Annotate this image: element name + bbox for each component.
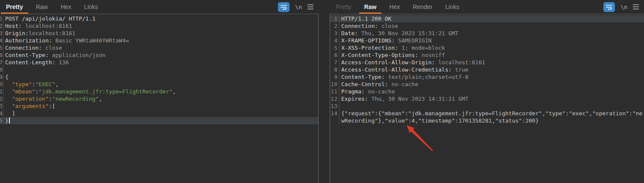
tab-links[interactable]: Links xyxy=(440,0,464,14)
word-wrap-toggle-button[interactable] xyxy=(603,2,615,12)
line-text: Connection: close xyxy=(340,22,644,30)
code-line: 4Authorization: Basic YWRtaW46YWRtaW4= xyxy=(0,37,318,44)
line-text: "operation":"newRecording", xyxy=(3,95,318,102)
text-cursor xyxy=(9,117,10,123)
line-number: 2 xyxy=(330,22,340,30)
word-wrap-icon xyxy=(606,4,613,10)
word-wrap-toggle-button[interactable] xyxy=(278,2,290,12)
code-line: 5X-XSS-Protection: 1; mode=block xyxy=(330,44,644,51)
line-number: 13 xyxy=(330,102,340,110)
code-line: 11 "mbean":"jdk.management.jfr:type=Flig… xyxy=(0,88,318,95)
word-wrap-icon xyxy=(280,4,287,10)
code-line: 3Date: Thu, 30 Nov 2023 15:31:21 GMT xyxy=(330,30,644,37)
request-panel: PrettyRawHexLinks \n 1POST /api/jolokia/… xyxy=(0,0,319,183)
show-newlines-toggle[interactable]: \n xyxy=(620,4,627,10)
line-text xyxy=(340,102,644,110)
code-line: 15} xyxy=(0,117,318,124)
line-text xyxy=(3,66,318,73)
editor-menu-button[interactable] xyxy=(307,4,313,9)
code-line: 11Pragma: no-cache xyxy=(330,88,644,95)
line-number: 15 xyxy=(0,117,3,124)
code-line: 9{ xyxy=(0,73,318,81)
response-code: 1HTTP/1.1 200 OK2Connection: close3Date:… xyxy=(330,14,644,124)
line-text: Host: localhost:8161 xyxy=(3,22,318,30)
tab-pretty[interactable]: Pretty xyxy=(331,0,357,14)
response-panel: PrettyRawHexRenderLinks \n 1HTTP/1.1 200… xyxy=(330,0,644,183)
request-editor[interactable]: 1POST /api/jolokia/ HTTP/1.12Host: local… xyxy=(0,14,319,183)
tab-render[interactable]: Render xyxy=(408,0,437,14)
line-number: 13 xyxy=(0,102,3,110)
response-editor[interactable]: 1HTTP/1.1 200 OK2Connection: close3Date:… xyxy=(330,14,644,183)
line-number: 1 xyxy=(330,15,340,22)
line-text: Expires: Thu, 30 Nov 2023 14:31:21 GMT xyxy=(340,95,644,102)
line-number: 4 xyxy=(330,37,340,44)
tab-links[interactable]: Links xyxy=(79,0,103,14)
line-text: X-FRAME-OPTIONS: SAMEORIGIN xyxy=(340,37,644,44)
tab-raw[interactable]: Raw xyxy=(359,0,382,14)
code-line: 1POST /api/jolokia/ HTTP/1.1 xyxy=(0,15,318,22)
code-line: 2Host: localhost:8161 xyxy=(0,22,318,30)
line-number: 14 xyxy=(0,110,3,117)
line-number: 14 xyxy=(330,110,340,124)
response-tabs: PrettyRawHexRenderLinks xyxy=(330,0,467,14)
tab-hex[interactable]: Hex xyxy=(56,0,77,14)
response-tabbar: PrettyRawHexRenderLinks \n xyxy=(330,0,644,14)
line-text: Content-Length: 136 xyxy=(3,59,318,66)
line-number: 1 xyxy=(0,15,3,22)
line-number: 3 xyxy=(330,30,340,37)
line-text: Connection: close xyxy=(3,44,318,51)
line-number: 12 xyxy=(0,95,3,102)
request-tabs: PrettyRawHexLinks xyxy=(0,0,106,14)
line-text: Content-Type: application/json xyxy=(3,51,318,59)
code-line: 13 "arguments":[ xyxy=(0,102,318,110)
code-line: 8Access-Control-Allow-Credentials: true xyxy=(330,66,644,73)
code-line: 10 "type":"EXEC", xyxy=(0,81,318,88)
show-newlines-toggle[interactable]: \n xyxy=(295,4,302,10)
line-number: 2 xyxy=(0,22,3,30)
line-text: POST /api/jolokia/ HTTP/1.1 xyxy=(3,15,318,22)
line-number: 9 xyxy=(0,73,3,81)
line-number: 11 xyxy=(0,88,3,95)
line-text: X-XSS-Protection: 1; mode=block xyxy=(340,44,644,51)
code-line: 1HTTP/1.1 200 OK xyxy=(330,15,644,22)
code-line: 5Connection: close xyxy=(0,44,318,51)
code-line: 12 "operation":"newRecording", xyxy=(0,95,318,102)
line-number: 7 xyxy=(0,59,3,66)
tab-pretty[interactable]: Pretty xyxy=(1,0,28,14)
line-text: ] xyxy=(3,110,318,117)
code-line: 2Connection: close xyxy=(330,22,644,30)
line-number: 12 xyxy=(330,95,340,102)
code-line: 14{"request":{"mbean":"jdk.management.jf… xyxy=(330,110,644,124)
line-number: 11 xyxy=(330,88,340,95)
line-number: 5 xyxy=(330,44,340,51)
tab-raw[interactable]: Raw xyxy=(31,0,53,14)
line-text: Cache-Control: no-cache xyxy=(340,81,644,88)
code-line: 9Content-Type: text/plain;charset=utf-8 xyxy=(330,73,644,81)
line-number: 4 xyxy=(0,37,3,44)
line-number: 6 xyxy=(330,51,340,59)
line-text: } xyxy=(3,117,318,124)
tab-hex[interactable]: Hex xyxy=(384,0,405,14)
line-text: Origin:localhost:8161 xyxy=(3,30,318,37)
line-text: { xyxy=(3,73,318,81)
line-number: 8 xyxy=(330,66,340,73)
code-line: 6Content-Type: application/json xyxy=(0,51,318,59)
line-text: "mbean":"jdk.management.jfr:type=FlightR… xyxy=(3,88,318,95)
code-line: 10Cache-Control: no-cache xyxy=(330,81,644,88)
line-number: 10 xyxy=(0,81,3,88)
code-line: 7Content-Length: 136 xyxy=(0,59,318,66)
code-line: 12Expires: Thu, 30 Nov 2023 14:31:21 GMT xyxy=(330,95,644,102)
line-text: HTTP/1.1 200 OK xyxy=(340,15,644,22)
code-line: 14 ] xyxy=(0,110,318,117)
line-text: "arguments":[ xyxy=(3,102,318,110)
line-text: Date: Thu, 30 Nov 2023 15:31:21 GMT xyxy=(340,30,644,37)
code-line: 6X-Content-Type-Options: nosniff xyxy=(330,51,644,59)
line-text: Pragma: no-cache xyxy=(340,88,644,95)
code-line: 7Access-Control-Allow-Origin: localhost:… xyxy=(330,59,644,66)
line-text: X-Content-Type-Options: nosniff xyxy=(340,51,644,59)
request-code: 1POST /api/jolokia/ HTTP/1.12Host: local… xyxy=(0,14,318,124)
editor-menu-button[interactable] xyxy=(633,4,639,9)
line-number: 6 xyxy=(0,51,3,59)
http-message-viewer: PrettyRawHexLinks \n 1POST /api/jolokia/… xyxy=(0,0,644,183)
line-number: 8 xyxy=(0,66,3,73)
